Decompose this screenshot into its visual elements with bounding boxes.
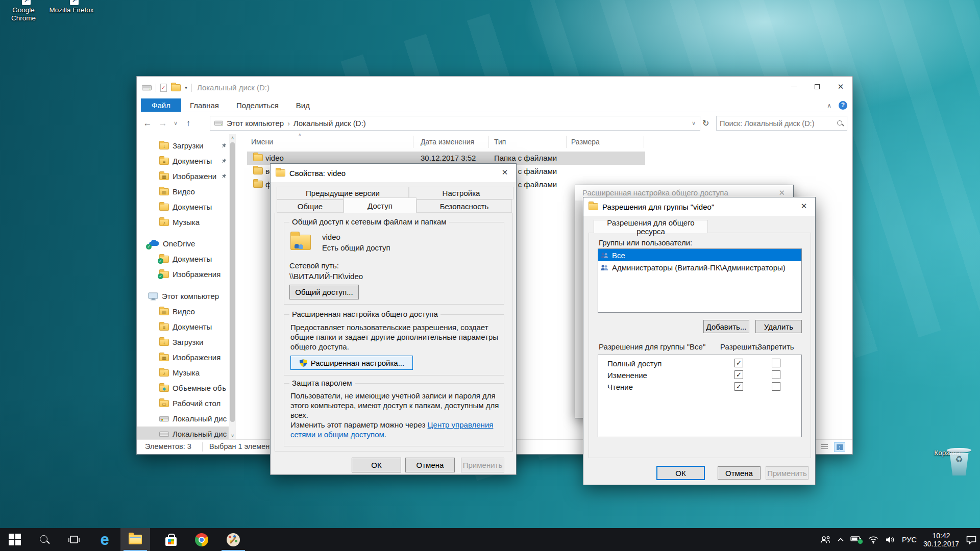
groups-list[interactable]: Все Администраторы (Виталий-ПК\Администр… [598,248,802,313]
taskbar-search-button[interactable] [30,528,59,551]
sidebar-item-videos[interactable]: ▥Видео [137,184,229,199]
column-size[interactable]: Размера [571,138,600,146]
language-indicator[interactable]: РУС [902,536,917,544]
address-dropdown-icon[interactable]: ∨ [692,120,696,127]
qat-customize-icon[interactable]: ▾ [185,85,187,90]
sidebar-item-onedrive[interactable]: ✓OneDrive [137,236,229,251]
sidebar-item-onedrive-pictures[interactable]: ✓Изображения [137,267,229,282]
folder-icon [253,181,263,188]
column-date[interactable]: Дата изменения [421,138,474,146]
clock[interactable]: 10:42 30.12.2017 [923,532,959,548]
cancel-button[interactable]: Отмена [405,458,455,472]
scroll-up-icon[interactable]: ∧ [229,134,236,141]
wifi-icon[interactable] [868,536,878,544]
battery-icon[interactable] [850,535,862,544]
task-view-button[interactable] [59,528,89,551]
allow-change-checkbox[interactable]: ✓ [734,370,743,379]
maximize-button[interactable] [805,77,829,97]
search-box[interactable] [716,116,847,131]
group-row-everyone[interactable]: Все [598,249,801,261]
sidebar-item-downloads[interactable]: ↓Загрузки [137,335,229,349]
taskbar-chrome-button[interactable] [187,528,216,551]
properties-quick-icon[interactable] [160,84,167,92]
details-view-button[interactable] [819,442,830,452]
tab-customize[interactable]: Настройка [409,187,513,199]
sidebar-item-3d-objects[interactable]: ◆Объемные объ [137,381,229,395]
remove-button[interactable]: Удалить [755,320,802,333]
address-bar[interactable]: Этот компьютер › Локальный диск (D:) ∨ [210,116,700,131]
tab-file[interactable]: Файл [141,98,181,112]
sidebar-item-music[interactable]: ♪Музыка [137,215,229,230]
sidebar-item-pictures[interactable]: ▦Изображения [137,350,229,365]
tab-share-permissions[interactable]: Разрешения для общего ресурса [594,220,708,233]
sidebar-item-onedrive-documents[interactable]: ✓Документы [137,252,229,266]
close-button[interactable]: ✕ [494,164,516,181]
cancel-button[interactable]: Отмена [718,466,761,480]
group-row-administrators[interactable]: Администраторы (Виталий-ПК\Администратор… [598,261,801,273]
tab-share[interactable]: Поделиться [228,98,287,112]
column-name[interactable]: Имени [251,138,273,146]
details-view-icon [821,444,828,450]
start-button[interactable] [0,528,30,551]
sidebar-item-pictures[interactable]: ▦Изображени [137,169,229,184]
back-button[interactable]: ← [140,118,155,129]
people-icon[interactable] [820,536,831,544]
sidebar-item-videos[interactable]: ▥Видео [137,304,229,319]
allow-full-control-checkbox[interactable]: ✓ [734,359,743,367]
deny-change-checkbox[interactable] [772,370,780,379]
add-button[interactable]: Добавить... [703,320,749,333]
volume-icon[interactable] [885,536,895,544]
scroll-down-icon[interactable]: ∨ [229,432,236,439]
help-icon[interactable]: ? [839,101,847,110]
sidebar-item-desktop[interactable]: ▭Рабочий стол [137,396,229,411]
ok-button[interactable]: ОК [656,466,705,480]
apply-button[interactable]: Применить [766,466,808,480]
sidebar-item-documents[interactable]: ≡Документы [137,154,229,168]
advanced-sharing-button[interactable]: Расширенная настройка... [290,356,413,370]
sidebar-item-documents[interactable]: Документы [137,199,229,214]
breadcrumb-current[interactable]: Локальный диск (D:) [293,119,366,128]
refresh-icon[interactable]: ↻ [702,118,709,128]
tab-view[interactable]: Вид [287,98,318,112]
deny-read-checkbox[interactable] [772,382,780,391]
up-button[interactable]: ↑ [181,118,196,129]
tab-sharing[interactable]: Доступ [344,197,416,213]
search-icon[interactable] [837,120,844,127]
column-type[interactable]: Тип [494,138,506,146]
ribbon-collapse-icon[interactable]: ∧ [827,102,831,109]
sidebar-item-downloads[interactable]: ↓Загрузки [137,138,229,153]
tray-expand-icon[interactable] [838,538,844,542]
search-input[interactable] [720,119,837,128]
sidebar-item-this-pc[interactable]: Этот компьютер [137,289,229,304]
tab-general[interactable]: Общие [277,199,344,213]
taskbar-explorer-button[interactable] [120,528,150,551]
action-center-icon[interactable] [966,535,977,544]
sidebar-item-music[interactable]: ♪Музыка [137,365,229,380]
sidebar-item-documents[interactable]: ≡Документы [137,319,229,334]
ok-button[interactable]: ОК [352,458,401,472]
close-button[interactable]: ✕ [793,197,815,215]
sidebar-item-local-disk-c[interactable]: Локальный дис [137,411,229,426]
taskbar-paint-button[interactable] [218,528,248,551]
breadcrumb-root[interactable]: Этот компьютер [227,119,284,128]
desktop-shortcut-firefox[interactable]: ↗ Mozilla Firefox [49,4,94,14]
forward-button[interactable]: → [155,118,170,129]
share-button[interactable]: Общий доступ... [289,285,359,299]
minimize-button[interactable] [782,77,805,97]
new-folder-quick-icon[interactable] [171,84,181,91]
tab-security[interactable]: Безопасность [416,199,512,213]
close-button[interactable]: ✕ [829,77,852,97]
recent-locations-icon[interactable]: ∨ [170,120,181,127]
tab-home[interactable]: Главная [181,98,228,112]
close-icon[interactable]: ✕ [778,188,785,197]
deny-full-control-checkbox[interactable] [772,359,780,367]
thumbnails-view-button[interactable] [834,442,845,452]
scrollbar-thumb[interactable] [230,142,235,422]
taskbar-store-button[interactable] [156,528,186,551]
sidebar-scrollbar[interactable]: ∧ ∨ [229,134,236,439]
recycle-bin[interactable]: ♻ Корзина [925,447,970,457]
allow-read-checkbox[interactable]: ✓ [734,382,743,391]
apply-button[interactable]: Применить [461,458,504,472]
desktop-shortcut-chrome[interactable]: ↗ Google Chrome [1,4,46,22]
taskbar-edge-button[interactable]: e [90,528,119,551]
